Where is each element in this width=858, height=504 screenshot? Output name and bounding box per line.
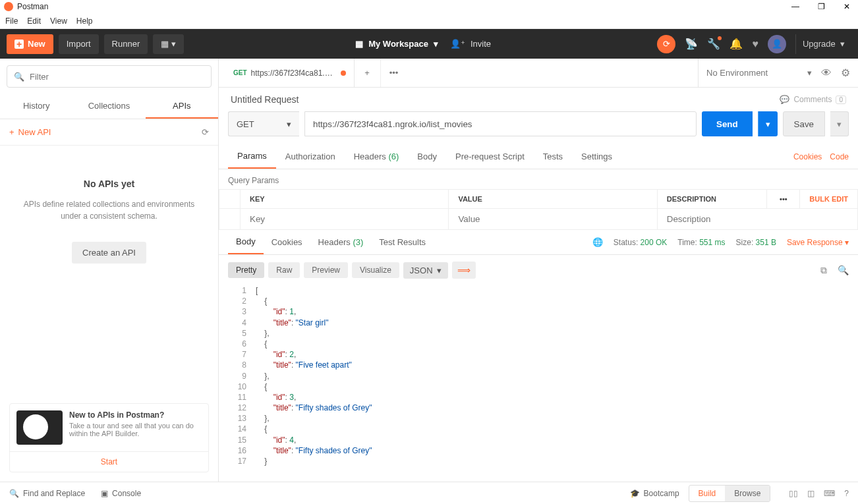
create-api-button[interactable]: Create an API xyxy=(72,242,146,264)
whatsnew-icon[interactable]: 🔧 xyxy=(707,38,720,50)
tab-options-button[interactable]: ••• xyxy=(381,59,407,87)
upgrade-button[interactable]: Upgrade ▾ xyxy=(795,34,851,54)
reqtab-params[interactable]: Params xyxy=(228,144,276,169)
request-tab[interactable]: GET https://367f23f4ca81.ngrok.io/li... xyxy=(225,59,355,87)
bootcamp-button[interactable]: 🎓Bootcamp xyxy=(630,489,679,498)
console-button[interactable]: ▣Console xyxy=(101,489,141,498)
help-icon[interactable]: ? xyxy=(844,489,849,498)
menubar: File Edit View Help xyxy=(0,13,858,29)
titlebar: Postman — ❐ ✕ xyxy=(0,0,858,13)
bootcamp-icon: 🎓 xyxy=(630,489,640,498)
menu-help[interactable]: Help xyxy=(76,16,93,26)
close-icon[interactable]: ✕ xyxy=(844,2,850,11)
tour-text: Take a tour and see all that you can do … xyxy=(69,422,194,437)
menu-file[interactable]: File xyxy=(5,16,18,26)
reqtab-authorization[interactable]: Authorization xyxy=(276,145,345,168)
param-key-input[interactable] xyxy=(250,214,439,224)
build-browse-toggle[interactable]: Build Browse xyxy=(689,485,771,502)
param-value-input[interactable] xyxy=(458,214,647,224)
view-preview[interactable]: Preview xyxy=(304,262,348,278)
reqtab-prerequest[interactable]: Pre-request Script xyxy=(446,145,534,168)
open-tabs-button[interactable]: ▦ ▾ xyxy=(153,34,184,54)
tab-collections[interactable]: Collections xyxy=(72,94,145,119)
heart-icon[interactable]: ♥ xyxy=(752,38,758,50)
person-plus-icon: 👤⁺ xyxy=(450,39,465,49)
globe-icon[interactable]: 🌐 xyxy=(592,237,603,247)
save-response-button[interactable]: Save Response ▾ xyxy=(787,238,849,247)
comment-icon: 💬 xyxy=(780,95,789,104)
wrap-lines-icon[interactable]: ⟹ xyxy=(452,262,476,279)
import-button[interactable]: Import xyxy=(59,34,99,54)
resptab-headers[interactable]: Headers (3) xyxy=(310,231,372,254)
reqtab-body[interactable]: Body xyxy=(408,145,446,168)
plus-icon: + xyxy=(9,127,14,137)
code-link[interactable]: Code xyxy=(830,152,849,161)
environment-quicklook-icon[interactable]: 👁 xyxy=(821,67,832,79)
method-selector[interactable]: GET▾ xyxy=(228,111,299,136)
resptab-body[interactable]: Body xyxy=(228,230,264,254)
send-button[interactable]: Send xyxy=(702,111,753,136)
th-more-icon[interactable]: ••• xyxy=(767,190,800,209)
tour-start-button[interactable]: Start xyxy=(10,451,208,472)
two-pane-icon[interactable]: ▯▯ xyxy=(789,489,798,498)
view-raw[interactable]: Raw xyxy=(268,262,300,278)
comments-button[interactable]: 💬 Comments 0 xyxy=(780,95,846,104)
notifications-icon[interactable]: 🔔 xyxy=(729,38,743,50)
maximize-icon[interactable]: ❐ xyxy=(818,2,825,11)
empty-title: No APIs yet xyxy=(84,179,134,189)
view-pretty[interactable]: Pretty xyxy=(228,262,264,278)
resptab-cookies[interactable]: Cookies xyxy=(264,231,310,254)
workspace-selector[interactable]: ▦ My Workspace ▾ xyxy=(355,39,438,49)
new-button[interactable]: New xyxy=(7,34,53,54)
bulk-edit-link[interactable]: Bulk Edit xyxy=(800,190,858,209)
runner-button[interactable]: Runner xyxy=(104,34,148,54)
tour-card: New to APIs in Postman? Take a tour and … xyxy=(9,403,209,472)
tab-apis[interactable]: APIs xyxy=(146,94,218,119)
view-visualize[interactable]: Visualize xyxy=(352,262,399,278)
reqtab-headers[interactable]: Headers (6) xyxy=(345,145,409,168)
tab-history[interactable]: History xyxy=(0,94,72,119)
invite-button[interactable]: 👤⁺ Invite xyxy=(450,39,491,49)
split-pane-icon[interactable]: ◫ xyxy=(807,489,815,498)
reqtab-settings[interactable]: Settings xyxy=(572,145,621,168)
postman-logo-icon xyxy=(4,2,13,11)
browse-toggle[interactable]: Browse xyxy=(725,486,770,501)
avatar-icon[interactable]: 👤 xyxy=(768,35,786,53)
settings-icon[interactable]: ⚙ xyxy=(841,67,850,79)
th-description: DESCRIPTION xyxy=(657,190,767,209)
send-split-button[interactable]: ▾ xyxy=(758,111,778,136)
request-name[interactable]: Untitled Request xyxy=(231,94,299,105)
capture-icon[interactable]: 📡 xyxy=(685,38,698,50)
toolbar: New Import Runner ▦ ▾ ▦ My Workspace ▾ 👤… xyxy=(0,29,858,59)
build-toggle[interactable]: Build xyxy=(689,486,726,501)
minimize-icon[interactable]: — xyxy=(791,2,799,11)
new-api-button[interactable]: +New API xyxy=(9,127,51,137)
refresh-icon[interactable]: ⟳ xyxy=(202,127,209,137)
reqtab-tests[interactable]: Tests xyxy=(534,145,572,168)
filter-input[interactable] xyxy=(30,72,204,82)
sync-icon[interactable]: ⟳ xyxy=(657,35,675,53)
format-selector[interactable]: JSON ▾ xyxy=(403,262,448,279)
query-params-label: Query Params xyxy=(219,169,858,189)
chevron-down-icon: ▾ xyxy=(434,39,438,49)
cookies-link[interactable]: Cookies xyxy=(793,152,822,161)
search-icon[interactable]: 🔍 xyxy=(838,265,849,275)
menu-edit[interactable]: Edit xyxy=(27,16,41,26)
save-button[interactable]: Save xyxy=(783,111,825,136)
resptab-testresults[interactable]: Test Results xyxy=(371,231,434,254)
filter-box[interactable]: 🔍 xyxy=(7,65,212,88)
tour-title: New to APIs in Postman? xyxy=(69,410,202,420)
window-title: Postman xyxy=(17,2,791,11)
save-split-button[interactable]: ▾ xyxy=(830,111,849,136)
menu-view[interactable]: View xyxy=(50,16,67,26)
environment-selector[interactable]: No Environment▾ xyxy=(706,68,812,78)
url-input[interactable] xyxy=(304,111,697,136)
keyboard-icon[interactable]: ⌨ xyxy=(824,489,835,498)
response-body[interactable]: 1[2 {3 "id": 1,4 "title": "Star girl"5 }… xyxy=(219,285,858,482)
statusbar: 🔍Find and Replace ▣Console 🎓Bootcamp Bui… xyxy=(0,482,858,504)
copy-icon[interactable]: ⧉ xyxy=(820,265,827,276)
find-replace-button[interactable]: 🔍Find and Replace xyxy=(9,489,85,498)
new-tab-button[interactable]: + xyxy=(355,59,381,87)
sidebar: 🔍 History Collections APIs +New API ⟳ No… xyxy=(0,59,219,482)
param-desc-input[interactable] xyxy=(667,214,848,224)
